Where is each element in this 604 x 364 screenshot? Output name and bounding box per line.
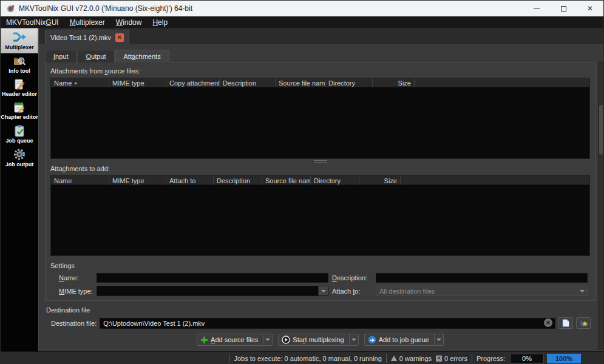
column-header-description[interactable]: Description: [220, 78, 276, 87]
column-header-source-file-name[interactable]: Source file name: [262, 176, 311, 184]
column-header-description[interactable]: Description: [214, 176, 262, 184]
tab-attachments[interactable]: Attachments: [115, 50, 169, 62]
sidebar-item-label: Job output: [5, 161, 34, 167]
favorite-folder-button[interactable]: [576, 317, 591, 329]
destination-section-title: Destination file: [46, 306, 596, 314]
minimize-button[interactable]: [523, 1, 550, 16]
multiplexer-content: Video Test 1 (2).mkv ✕ Input Output Atta…: [38, 28, 603, 351]
sort-ascending-icon: ▲: [73, 81, 78, 85]
dropdown-zone: [577, 286, 587, 295]
attachments-page: Input Output Attachments Attachments fro…: [39, 44, 603, 351]
attachments-from-label: Attachments from source files:: [50, 67, 590, 75]
sidebar-item-chapter-editor[interactable]: Chapter editor: [1, 99, 38, 123]
menu-window[interactable]: Window: [110, 16, 148, 28]
folder-star-icon: [579, 318, 589, 328]
resize-grip[interactable]: [581, 352, 603, 364]
file-tab[interactable]: Video Test 1 (2).mkv ✕: [45, 30, 129, 44]
warning-icon: [391, 356, 397, 361]
menu-multiplexer[interactable]: Multiplexer: [64, 16, 110, 28]
destination-file-label: Destination file:: [51, 320, 97, 327]
start-multiplexing-dropdown[interactable]: [350, 334, 359, 346]
multiplexer-icon: [12, 30, 27, 44]
scrollbar-thumb[interactable]: [599, 105, 603, 155]
column-header-name[interactable]: Name: [51, 176, 109, 184]
column-header-size[interactable]: Size: [359, 176, 401, 184]
chevron-down-icon: [265, 339, 270, 341]
attach-to-value: All destination files: [376, 288, 577, 295]
sidebar-item-label: Job queue: [5, 138, 33, 144]
attachments-to-add-list[interactable]: [50, 185, 590, 256]
sidebar-item-info-tool[interactable]: Info tool: [1, 53, 38, 76]
clear-destination-button[interactable]: ✕: [544, 318, 552, 327]
tab-input[interactable]: Input: [45, 50, 76, 62]
name-input[interactable]: [97, 273, 328, 283]
sidebar-item-job-queue[interactable]: Job queue: [1, 123, 38, 146]
destination-input-wrap: ✕: [100, 317, 555, 329]
table-splitter-handle[interactable]: [50, 159, 590, 164]
error-icon: ✕: [436, 356, 442, 362]
progress-current: 0%: [510, 354, 544, 363]
column-header-size[interactable]: Size: [373, 78, 415, 87]
add-to-job-queue-button[interactable]: Add to job queue: [364, 334, 435, 346]
destination-file-input[interactable]: [100, 318, 555, 329]
column-header-attach-to[interactable]: Attach to: [166, 176, 214, 184]
column-header-source-file-name[interactable]: Source file name: [276, 78, 325, 87]
plus-icon: [200, 336, 208, 344]
vertical-scrollbar[interactable]: [598, 61, 603, 350]
column-header-mime-type[interactable]: MIME type: [109, 78, 166, 87]
statusbar: Jobs to execute: 0 automatic, 0 manual, …: [1, 351, 603, 364]
header-editor-icon: [12, 78, 27, 90]
tool-sidebar: Multiplexer Info tool Header editor: [1, 28, 38, 351]
settings-section-title: Settings: [50, 262, 590, 269]
browse-destination-button[interactable]: [558, 317, 573, 329]
chevron-down-icon: [436, 339, 441, 341]
column-header-filler: [401, 176, 589, 184]
dropdown-zone[interactable]: [318, 286, 328, 295]
warnings-status: 0 warnings: [391, 355, 432, 362]
sidebar-item-job-output[interactable]: Job output: [1, 146, 38, 170]
chevron-down-icon: [321, 290, 326, 292]
statusbar-separator: [229, 354, 229, 363]
tab-close-icon: ✕: [117, 35, 122, 41]
menu-mkvtoolnix-gui[interactable]: MKVToolNix GUI: [1, 16, 64, 28]
splitter-grip-icon: [314, 160, 327, 163]
tab-close-button[interactable]: ✕: [115, 33, 124, 42]
column-header-copy-attachment[interactable]: Copy attachment: [166, 78, 220, 87]
play-icon: [282, 335, 290, 344]
main-area: Multiplexer Info tool Header editor: [1, 28, 603, 351]
add-to-job-queue-group: Add to job queue: [364, 334, 444, 346]
titlebar: MKVToolNix GUI v72.0.0 ('Minuano (Six-ei…: [1, 1, 603, 16]
sidebar-item-multiplexer[interactable]: Multiplexer: [1, 28, 38, 53]
progress-total: 100%: [547, 354, 581, 363]
add-source-files-button[interactable]: Add source files: [197, 334, 263, 346]
sidebar-item-label: Chapter editor: [1, 114, 38, 120]
sidebar-item-label: Multiplexer: [5, 44, 34, 50]
maximize-icon: [561, 6, 566, 12]
chapter-editor-icon: [12, 101, 27, 113]
menu-help[interactable]: Help: [147, 16, 173, 28]
column-header-directory[interactable]: Directory: [311, 176, 359, 184]
sidebar-item-label: Header editor: [2, 91, 37, 97]
queue-arrow-icon: [368, 335, 376, 344]
start-multiplexing-button[interactable]: Start multiplexing: [278, 334, 349, 346]
action-buttons-row: Add source files Start multiplexing: [45, 334, 596, 346]
attachments-from-list[interactable]: [50, 87, 590, 159]
attach-to-combobox: All destination files: [376, 286, 588, 296]
job-queue-icon: [12, 124, 27, 137]
mime-type-combobox[interactable]: [97, 286, 328, 296]
attachments-pane: Attachments from source files: Name ▲ MI…: [45, 62, 596, 301]
sidebar-item-header-editor[interactable]: Header editor: [1, 76, 38, 99]
minimize-icon: [534, 8, 540, 9]
tab-output[interactable]: Output: [77, 50, 114, 62]
column-header-mime-type[interactable]: MIME type: [109, 176, 166, 184]
description-input[interactable]: [376, 273, 588, 283]
close-button[interactable]: ✕: [577, 1, 603, 16]
column-header-filler: [415, 78, 589, 87]
maximize-button[interactable]: [550, 1, 577, 16]
add-source-files-dropdown[interactable]: [263, 334, 273, 346]
column-header-directory[interactable]: Directory: [325, 78, 373, 87]
add-to-job-queue-dropdown[interactable]: [435, 334, 444, 346]
column-header-name[interactable]: Name ▲: [51, 78, 109, 87]
attachments-to-add-label: Attachments to add:: [50, 165, 590, 172]
table-header-row: Name ▲ MIME type Copy attachment Descrip…: [50, 78, 590, 87]
